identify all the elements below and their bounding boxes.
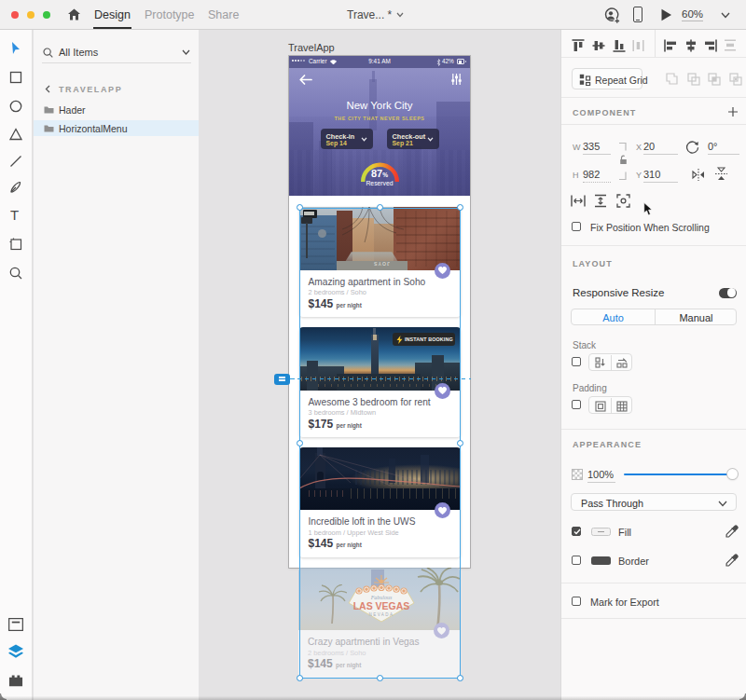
svg-text:LAS VEGAS: LAS VEGAS <box>353 600 410 611</box>
svg-text:NEVADA: NEVADA <box>368 612 394 617</box>
